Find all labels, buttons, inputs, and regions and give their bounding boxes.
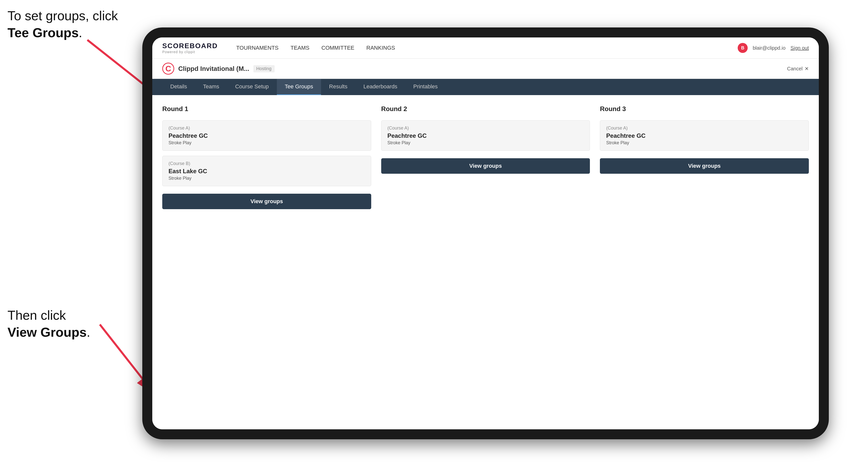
nav-tournaments[interactable]: TOURNAMENTS — [235, 43, 280, 53]
navbar: SCOREBOARD Powered by clippit TOURNAMENT… — [152, 37, 819, 59]
cancel-button[interactable]: Cancel ✕ — [787, 66, 809, 72]
nav-committee[interactable]: COMMITTEE — [320, 43, 355, 53]
user-email: blair@clippd.io — [753, 45, 785, 51]
tablet-device: SCOREBOARD Powered by clippit TOURNAMENT… — [142, 27, 829, 439]
instruction-bottom-bold: View Groups — [7, 325, 87, 339]
round-1-course-a-name: Peachtree GC — [168, 132, 365, 139]
round-3-title: Round 3 — [600, 105, 809, 113]
round-2-view-groups-button[interactable]: View groups — [381, 158, 590, 174]
tab-course-setup[interactable]: Course Setup — [227, 79, 277, 95]
instruction-top-line1: To set groups, click — [7, 8, 118, 23]
tablet-screen: SCOREBOARD Powered by clippit TOURNAMENT… — [152, 37, 819, 429]
nav-right: B blair@clippd.io Sign out — [738, 43, 809, 53]
tab-tee-groups[interactable]: Tee Groups — [277, 79, 321, 95]
cancel-icon: ✕ — [805, 66, 809, 72]
rounds-grid: Round 1 (Course A) Peachtree GC Stroke P… — [162, 105, 809, 209]
instruction-bottom: Then click View Groups. — [7, 307, 90, 341]
instruction-top-bold: Tee Groups — [7, 26, 79, 40]
round-1-course-a-label: (Course A) — [168, 126, 365, 131]
round-1-course-b-name: East Lake GC — [168, 168, 365, 175]
round-1-view-groups-button[interactable]: View groups — [162, 194, 371, 209]
tab-results[interactable]: Results — [321, 79, 355, 95]
instruction-top-suffix: . — [79, 26, 82, 40]
round-2-course-a-label: (Course A) — [388, 126, 584, 131]
tournament-name: Clippd Invitational (M... — [178, 65, 249, 73]
sub-header: C Clippd Invitational (M... Hosting Canc… — [152, 59, 819, 79]
user-avatar: B — [738, 43, 748, 53]
tab-details[interactable]: Details — [162, 79, 195, 95]
sub-header-left: C Clippd Invitational (M... Hosting — [162, 63, 275, 74]
logo-sub: Powered by clippit — [162, 50, 218, 54]
hosting-badge: Hosting — [253, 65, 275, 72]
nav-links: TOURNAMENTS TEAMS COMMITTEE RANKINGS — [235, 43, 725, 53]
cancel-label: Cancel — [787, 66, 803, 72]
tab-printables[interactable]: Printables — [405, 79, 445, 95]
round-2-title: Round 2 — [381, 105, 590, 113]
sign-out-link[interactable]: Sign out — [790, 45, 809, 51]
main-content: Round 1 (Course A) Peachtree GC Stroke P… — [152, 95, 819, 429]
round-1-course-a-type: Stroke Play — [168, 140, 365, 146]
round-2-column: Round 2 (Course A) Peachtree GC Stroke P… — [381, 105, 590, 209]
round-1-course-b-type: Stroke Play — [168, 176, 365, 181]
nav-rankings[interactable]: RANKINGS — [366, 43, 396, 53]
round-3-column: Round 3 (Course A) Peachtree GC Stroke P… — [600, 105, 809, 209]
instruction-bottom-suffix: . — [87, 325, 90, 339]
round-3-course-a-type: Stroke Play — [606, 140, 803, 146]
round-1-title: Round 1 — [162, 105, 371, 113]
sub-header-logo: C — [162, 63, 174, 74]
round-2-course-a-type: Stroke Play — [388, 140, 584, 146]
round-3-course-a-label: (Course A) — [606, 126, 803, 131]
round-1-course-b-card: (Course B) East Lake GC Stroke Play — [162, 156, 371, 186]
round-1-course-b-label: (Course B) — [168, 161, 365, 166]
round-1-column: Round 1 (Course A) Peachtree GC Stroke P… — [162, 105, 371, 209]
tab-leaderboards[interactable]: Leaderboards — [355, 79, 405, 95]
nav-teams[interactable]: TEAMS — [289, 43, 311, 53]
round-3-course-a-card: (Course A) Peachtree GC Stroke Play — [600, 120, 809, 151]
logo: SCOREBOARD Powered by clippit — [162, 42, 218, 54]
instruction-bottom-line1: Then click — [7, 308, 66, 322]
round-3-view-groups-button[interactable]: View groups — [600, 158, 809, 174]
tab-teams[interactable]: Teams — [195, 79, 227, 95]
instruction-top: To set groups, click Tee Groups. — [7, 7, 118, 41]
round-3-course-a-name: Peachtree GC — [606, 132, 803, 139]
round-2-course-a-card: (Course A) Peachtree GC Stroke Play — [381, 120, 590, 151]
logo-text: SCOREBOARD — [162, 42, 218, 50]
tabs-bar: Details Teams Course Setup Tee Groups Re… — [152, 79, 819, 95]
round-1-course-a-card: (Course A) Peachtree GC Stroke Play — [162, 120, 371, 151]
round-2-course-a-name: Peachtree GC — [388, 132, 584, 139]
